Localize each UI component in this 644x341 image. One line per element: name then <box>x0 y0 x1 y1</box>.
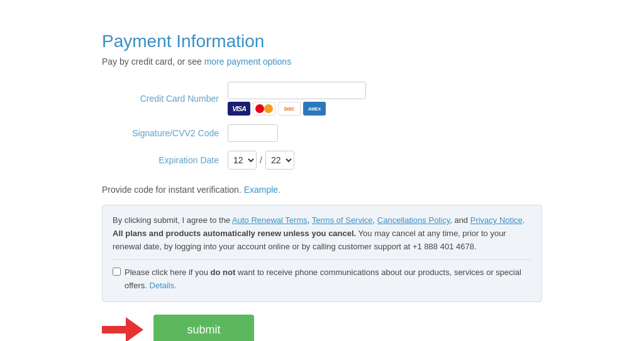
amex-icon: AMEX <box>303 102 326 116</box>
arrow-right-icon <box>126 317 143 341</box>
tos-link[interactable]: Terms of Service <box>312 215 373 225</box>
submit-section: submit <box>102 315 542 341</box>
auto-renewal-link[interactable]: Auto Renewal Terms <box>232 215 308 225</box>
mastercard-icon <box>253 102 275 116</box>
discover-icon: DISC <box>278 102 301 116</box>
cc-number-input[interactable] <box>228 82 366 99</box>
page-title: Payment Information <box>102 31 542 51</box>
verification-example-link[interactable]: Example. <box>244 185 280 195</box>
cc-number-label: Credit Card Number <box>102 94 228 104</box>
expiry-group: 01 02 03 04 05 06 07 08 09 10 11 12 / 20… <box>228 151 294 170</box>
arrow-shaft <box>102 326 126 333</box>
visa-icon: VISA <box>228 102 250 116</box>
terms-box: By clicking submit, I agree to the Auto … <box>102 205 542 302</box>
opt-out-details-link[interactable]: Details. <box>150 281 177 290</box>
terms-prefix: By clicking submit, I agree to the <box>113 215 232 225</box>
cc-number-row: Credit Card Number VISA DISC AMEX <box>102 82 542 116</box>
cvv-row: Signature/CVV2 Code <box>102 124 542 142</box>
expiry-label: Expiration Date <box>102 155 228 165</box>
more-payment-options-link[interactable]: more payment options <box>204 57 292 67</box>
submit-button[interactable]: submit <box>153 315 254 341</box>
opt-out-row: Please click here if you do not want to … <box>113 259 531 293</box>
verification-text: Provide code for instant verification. E… <box>102 185 542 195</box>
terms-bold: All plans and products automatically ren… <box>113 229 356 238</box>
card-icons: VISA DISC AMEX <box>228 102 366 116</box>
expiry-separator: / <box>260 155 262 165</box>
subtitle: Pay by credit card, or see more payment … <box>102 57 542 67</box>
cvv-label: Signature/CVV2 Code <box>102 128 228 138</box>
subtitle-text: Pay by credit card, or see <box>102 57 204 67</box>
cvv-input[interactable] <box>228 124 278 142</box>
arrow-indicator <box>102 317 143 341</box>
expiry-row: Expiration Date 01 02 03 04 05 06 07 08 … <box>102 151 542 170</box>
terms-text: By clicking submit, I agree to the Auto … <box>113 214 531 253</box>
page-container: Payment Information Pay by credit card, … <box>77 19 567 341</box>
opt-out-checkbox[interactable] <box>113 268 121 276</box>
opt-out-text: Please click here if you do not want to … <box>125 266 531 293</box>
verification-body: Provide code for instant verification. <box>102 185 244 195</box>
cc-number-input-group: VISA DISC AMEX <box>228 82 366 116</box>
cancellations-link[interactable]: Cancellations Policy <box>377 215 450 225</box>
expiry-month-select[interactable]: 01 02 03 04 05 06 07 08 09 10 11 12 <box>228 151 257 170</box>
privacy-link[interactable]: Privacy Notice <box>470 215 523 225</box>
expiry-year-select[interactable]: 20 21 22 23 24 25 26 27 28 29 30 <box>265 151 294 170</box>
payment-form: Credit Card Number VISA DISC AMEX Signat… <box>102 82 542 170</box>
